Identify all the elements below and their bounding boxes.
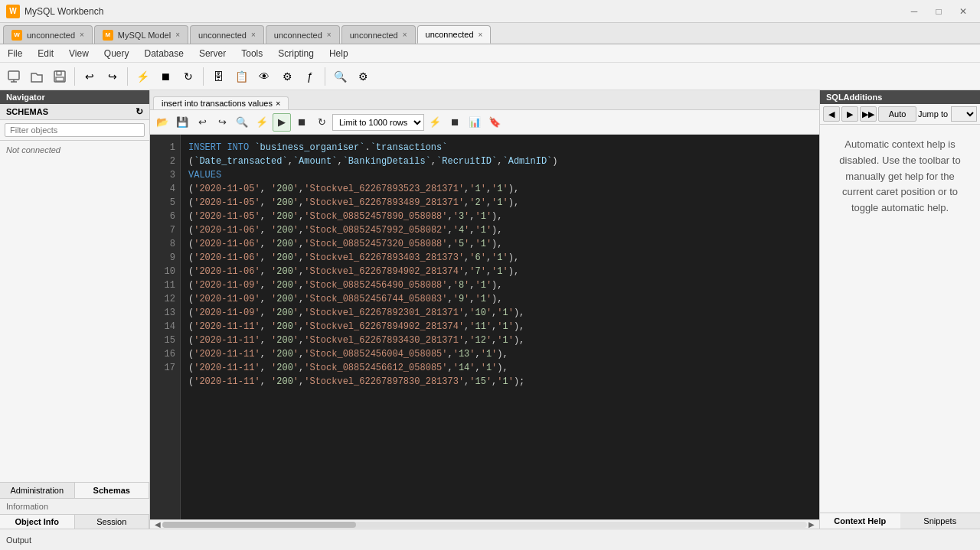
line-num: 2 — [155, 155, 175, 168]
refresh-button[interactable]: ↻ — [178, 66, 199, 87]
info-section: Information — [0, 498, 149, 514]
menu-server[interactable]: Server — [191, 47, 234, 60]
tab-unconnected-6[interactable]: unconnected × — [417, 25, 492, 44]
sql-tab-label: insert into transactions values — [162, 99, 273, 108]
func-button[interactable]: ƒ — [299, 66, 321, 87]
filter-input[interactable] — [5, 123, 145, 137]
tab-label-6: unconnected — [426, 30, 474, 39]
tab-icon-2: M — [103, 30, 113, 41]
save-sql-btn[interactable]: 💾 — [173, 113, 191, 132]
tab-close-6[interactable]: × — [479, 31, 483, 39]
execute-button[interactable]: ⚡ — [132, 66, 153, 87]
sql-tab-insert[interactable]: insert into transactions values × — [153, 96, 289, 109]
code-area[interactable]: INSERT INTO `business_organiser`.`transa… — [181, 135, 819, 519]
nav-tab-schemas[interactable]: Schemas — [75, 483, 150, 498]
tab-label-3: unconnected — [198, 31, 247, 40]
code-line: ('2020-11-11', '200','Stockvel_622678934… — [188, 334, 812, 347]
separator-3 — [203, 67, 204, 86]
nav-next-btn[interactable]: ▶ — [841, 106, 858, 122]
open-folder-btn[interactable]: 📂 — [153, 113, 172, 132]
undo-sql-btn[interactable]: ↩ — [193, 113, 211, 132]
stop-limit-btn[interactable]: ⏹ — [446, 113, 464, 132]
schemas-refresh-icon[interactable]: ↻ — [136, 106, 143, 117]
code-line: ('2020-11-06', '200','Stock_08852457320_… — [188, 237, 812, 251]
tab-snippets[interactable]: Snippets — [900, 513, 981, 529]
stop-sql-btn[interactable]: ⏹ — [292, 113, 311, 132]
line-num: 5 — [155, 196, 175, 210]
redo-sql-btn[interactable]: ↪ — [213, 113, 231, 132]
tab-close-5[interactable]: × — [403, 31, 407, 39]
maximize-button[interactable]: □ — [928, 4, 949, 19]
proc-button[interactable]: ⚙ — [276, 66, 298, 87]
redo-button[interactable]: ↪ — [102, 66, 123, 87]
minimize-button[interactable]: ─ — [903, 4, 925, 19]
tab-session[interactable]: Session — [75, 515, 150, 529]
code-line: ('2020-11-11', '200','Stock_08852456004_… — [188, 347, 812, 361]
scroll-right-arrow[interactable]: ▶ — [807, 520, 816, 529]
menu-view[interactable]: View — [61, 47, 96, 60]
sql-editor[interactable]: 1234567891011121314151617 INSERT INTO `b… — [150, 135, 819, 519]
nav-skip-btn[interactable]: ▶▶ — [860, 106, 877, 122]
bookmark-btn[interactable]: 🔖 — [485, 113, 504, 132]
menu-scripting[interactable]: Scripting — [270, 47, 322, 60]
explain-btn[interactable]: 📊 — [466, 113, 484, 132]
tab-unconnected-3[interactable]: unconnected × — [190, 25, 264, 44]
execute-selected-btn[interactable]: ▶ — [273, 113, 291, 132]
table-button[interactable]: 📋 — [230, 66, 252, 87]
title-bar: W MySQL Workbench ─ □ ✕ — [0, 0, 980, 23]
line-num: 16 — [155, 347, 175, 361]
tab-object-info[interactable]: Object Info — [0, 515, 75, 529]
tab-close-1[interactable]: × — [80, 31, 84, 39]
code-line: ('2020-11-06', '200','Stockvel_622678949… — [188, 265, 812, 278]
menu-edit[interactable]: Edit — [30, 47, 61, 60]
tab-unconnected-1[interactable]: W unconnected × — [3, 25, 93, 44]
new-connection-button[interactable] — [3, 66, 24, 87]
tab-close-4[interactable]: × — [327, 31, 332, 39]
jump-to-select[interactable] — [951, 106, 977, 122]
execute-all-btn[interactable]: ⚡ — [253, 113, 271, 132]
sql-tab-close[interactable]: × — [276, 99, 280, 108]
limit-select[interactable]: Limit to 1000 rows Limit to 200 rows Lim… — [332, 114, 424, 131]
tab-mysql-model[interactable]: M MySQL Model × — [94, 25, 188, 44]
code-line: ('2020-11-11', '200','Stockvel_622678949… — [188, 320, 812, 334]
search-button[interactable]: 🔍 — [329, 66, 351, 87]
scrollbar-track[interactable] — [162, 522, 807, 528]
horizontal-scrollbar[interactable]: ◀ ▶ — [150, 519, 819, 529]
tab-close-2[interactable]: × — [175, 31, 180, 39]
code-line: ('2020-11-05', '200','Stockvel_622678934… — [188, 196, 812, 210]
nav-spacer — [0, 159, 149, 482]
view-button[interactable]: 👁 — [253, 66, 275, 87]
app-icon: W — [6, 5, 20, 18]
open-file-button[interactable] — [26, 66, 47, 87]
settings-button[interactable]: ⚙ — [352, 66, 374, 87]
nav-tab-administration[interactable]: Administration — [0, 483, 75, 498]
tab-close-3[interactable]: × — [251, 31, 256, 39]
code-line: ('2020-11-11', '200','Stockvel_622678978… — [188, 375, 812, 389]
main-content: Navigator SCHEMAS ↻ Not connected Admini… — [0, 90, 980, 529]
tab-unconnected-5[interactable]: unconnected × — [341, 25, 416, 44]
nav-auto-help-btn[interactable]: Auto — [878, 106, 916, 122]
stop-button[interactable]: ⏹ — [155, 66, 176, 87]
schema-button[interactable]: 🗄 — [207, 66, 229, 87]
save-button[interactable] — [49, 66, 70, 87]
undo-button[interactable]: ↩ — [79, 66, 100, 87]
svg-rect-0 — [8, 71, 19, 80]
menu-help[interactable]: Help — [322, 47, 356, 60]
code-line: ('2020-11-09', '200','Stockvel_622678923… — [188, 306, 812, 320]
menu-database[interactable]: Database — [137, 47, 191, 60]
tab-label-5: unconnected — [350, 31, 398, 40]
menu-tools[interactable]: Tools — [234, 47, 270, 60]
scroll-left-arrow[interactable]: ◀ — [153, 520, 162, 529]
close-button[interactable]: ✕ — [952, 4, 974, 19]
menu-file[interactable]: File — [0, 47, 30, 60]
scrollbar-thumb[interactable] — [162, 522, 356, 528]
tab-icon-1: W — [11, 30, 22, 41]
tab-context-help[interactable]: Context Help — [820, 513, 900, 529]
search-sql-btn[interactable]: 🔍 — [233, 113, 251, 132]
nav-prev-btn[interactable]: ◀ — [823, 106, 840, 122]
refresh-sql-btn[interactable]: ↻ — [312, 113, 331, 132]
execute-limit-btn[interactable]: ⚡ — [426, 113, 444, 132]
tab-unconnected-4[interactable]: unconnected × — [266, 25, 340, 44]
menu-query[interactable]: Query — [96, 47, 137, 60]
code-line: ('2020-11-05', '200','Stockvel_622678935… — [188, 182, 812, 196]
